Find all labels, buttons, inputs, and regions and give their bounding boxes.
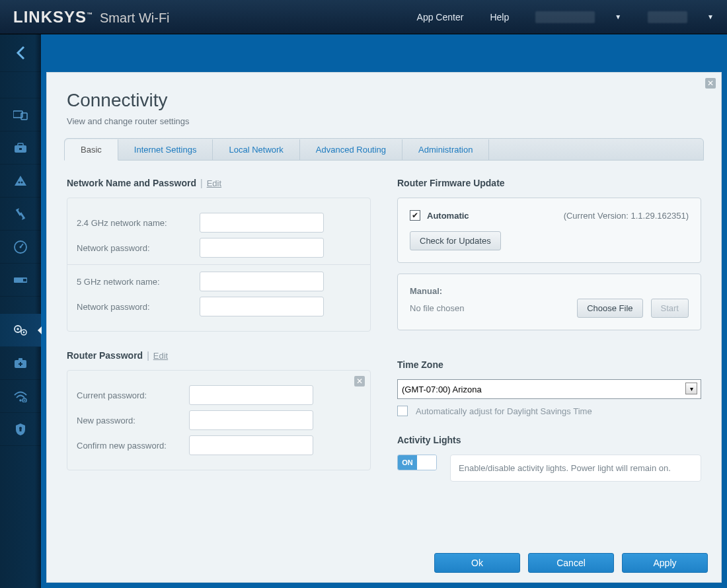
sidebar-item-devices[interactable] [0,98,41,131]
sidebar [0,34,41,588]
product-name: Smart Wi-Fi [100,11,170,26]
svg-point-12 [17,328,19,330]
devices-icon [13,110,28,120]
svg-rect-16 [19,358,22,361]
ghz5-pwd-input[interactable] [200,297,324,316]
activity-description: Enable/disable activity lights. Power li… [450,455,701,482]
right-column: Router Firmware Update ✔ Automatic (Curr… [397,178,701,482]
ghz5-name-label: 5 GHz network name: [77,277,200,287]
sidebar-item-speed[interactable] [0,231,41,264]
new-password-input[interactable] [189,410,313,430]
sidebar-item-blank[interactable] [0,72,41,98]
tab-local-network[interactable]: Local Network [213,139,299,161]
firmware-version: (Current Version: 1.1.29.162351) [564,211,689,221]
svg-point-17 [19,399,22,402]
svg-rect-20 [20,429,22,431]
router-pwd-box: ✕ Current password: New password: Confir… [67,370,371,470]
timezone-section-title: Time Zone [397,359,701,370]
chevron-down-icon: ▼ [615,13,621,20]
sidebar-item-priority[interactable] [0,198,41,231]
parental-icon [14,175,27,187]
choose-file-button[interactable]: Choose File [577,299,642,318]
tab-administration[interactable]: Administration [402,139,489,161]
close-icon[interactable]: ✕ [705,78,716,89]
tab-basic[interactable]: Basic [65,139,118,161]
dst-checkbox[interactable] [397,406,408,416]
gear-icon [13,324,28,336]
shield-icon [15,423,26,436]
sidebar-item-parental[interactable] [0,165,41,198]
svg-point-5 [19,181,20,183]
sidebar-item-connectivity[interactable] [0,314,41,347]
back-button[interactable] [0,34,41,72]
tab-advanced-routing[interactable]: Advanced Routing [300,139,402,161]
briefcase-icon [14,143,27,153]
brand-logo: LINKSYS™ [13,8,93,26]
help-link[interactable]: Help [490,12,509,22]
left-column: Network Name and Password|Edit 2.4 GHz n… [67,178,371,482]
start-button[interactable]: Start [651,299,689,318]
settings-panel: ✕ Connectivity View and change router se… [46,72,722,583]
brand: LINKSYS™ Smart Wi-Fi [13,8,170,26]
dst-label: Automatically adjust for Daylight Saving… [416,406,592,416]
ghz5-name-input[interactable] [200,272,324,291]
firmware-auto-box: ✔ Automatic (Current Version: 1.1.29.162… [397,198,701,263]
usb-icon [13,276,28,285]
apply-button[interactable]: Apply [622,553,708,573]
header-dropdown-1[interactable]: ▼ [535,11,621,23]
ghz24-pwd-input[interactable] [200,238,324,258]
manual-label: Manual: [410,286,689,296]
ghz24-name-label: 2.4 GHz network name: [77,218,200,228]
network-box: 2.4 GHz network name: Network password: … [67,198,371,332]
chevron-down-icon: ▾ [685,383,697,394]
cancel-button[interactable]: Cancel [528,553,614,573]
check-updates-button[interactable]: Check for Updates [410,231,501,250]
automatic-checkbox[interactable]: ✔ [410,210,420,221]
svg-point-14 [23,331,25,333]
svg-rect-10 [23,279,26,281]
app-header: LINKSYS™ Smart Wi-Fi App Center Help ▼ ▼ [0,0,727,34]
medkit-icon [14,358,27,369]
current-pwd-label: Current password: [77,390,189,400]
ok-button[interactable]: Ok [434,553,520,573]
activity-toggle[interactable]: ON [397,455,437,470]
edit-network-link[interactable]: Edit [207,178,221,188]
app-center-link[interactable]: App Center [417,12,464,22]
current-password-input[interactable] [189,385,313,405]
firmware-manual-box: Manual: No file chosen Choose File Start [397,274,701,330]
network-section-title: Network Name and Password|Edit [67,178,371,188]
chevron-down-icon: ▼ [707,13,714,20]
svg-rect-4 [19,148,22,150]
tab-internet[interactable]: Internet Settings [118,139,213,161]
svg-rect-3 [18,143,23,146]
confirm-pwd-label: Confirm new password: [77,441,189,451]
confirm-password-input[interactable] [189,435,313,455]
close-icon[interactable]: ✕ [354,376,365,386]
main-area: ✕ Connectivity View and change router se… [41,34,727,588]
tabs: Basic Internet Settings Local Network Ad… [64,138,704,161]
activity-section-title: Activity Lights [397,435,701,445]
footer-buttons: Ok Cancel Apply [434,553,708,573]
sidebar-item-guest[interactable] [0,131,41,165]
ghz24-pwd-label: Network password: [77,243,200,253]
sidebar-item-troubleshoot[interactable] [0,347,41,380]
firmware-section-title: Router Firmware Update [397,178,701,188]
new-pwd-label: New password: [77,416,189,425]
priority-icon [14,207,27,221]
sidebar-item-security[interactable] [0,413,41,446]
router-pwd-section-title: Router Password|Edit [67,350,371,361]
ghz24-name-input[interactable] [200,213,324,233]
page-subtitle: View and change router settings [67,116,701,126]
toggle-on-label: ON [398,455,417,470]
svg-point-8 [20,246,22,248]
ghz5-pwd-label: Network password: [77,302,200,312]
edit-router-pwd-link[interactable]: Edit [153,351,168,361]
svg-point-6 [21,181,23,183]
wifi-icon [13,390,28,402]
sidebar-item-wireless[interactable] [0,380,41,413]
no-file-text: No file chosen [410,303,569,313]
header-dropdown-2[interactable]: ▼ [648,11,714,23]
timezone-select[interactable] [397,379,701,399]
sidebar-item-usb[interactable] [0,264,41,297]
header-links: App Center Help ▼ ▼ [417,11,714,23]
